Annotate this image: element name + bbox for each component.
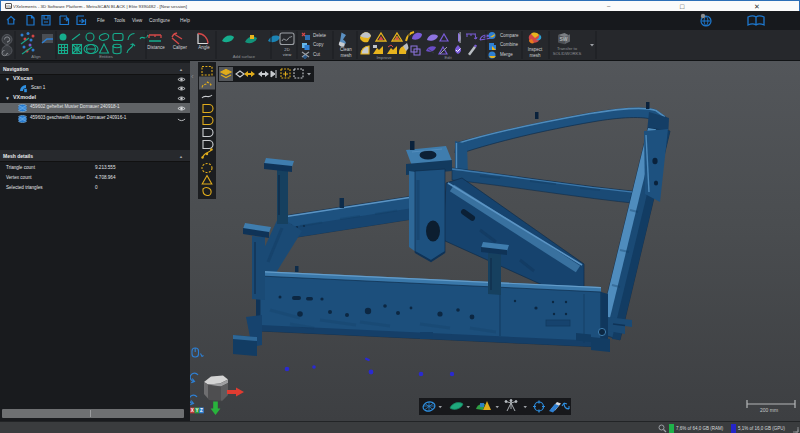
- svg-text:Y: Y: [195, 408, 198, 413]
- svg-text:Z: Z: [200, 408, 203, 413]
- svg-text:SW: SW: [560, 36, 568, 42]
